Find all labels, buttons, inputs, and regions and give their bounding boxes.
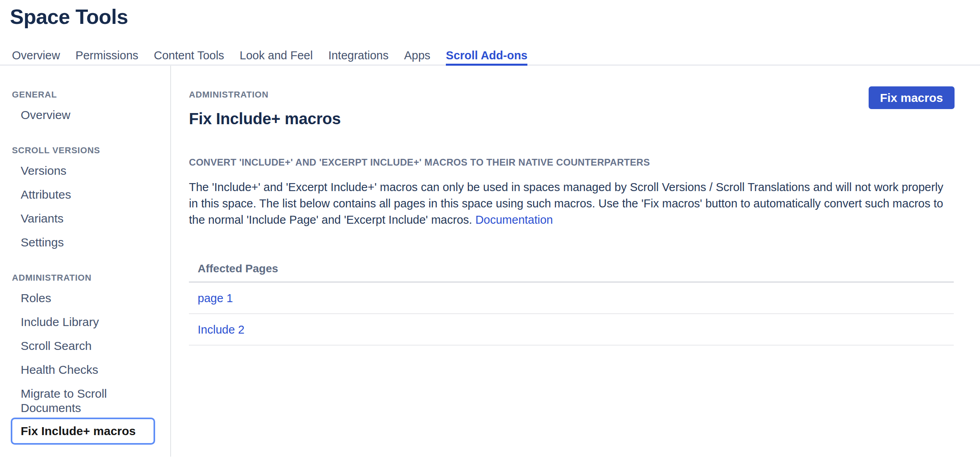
tab-permissions[interactable]: Permissions <box>76 49 138 64</box>
sidebar-section-title-scroll-versions: SCROLL VERSIONS <box>12 145 170 156</box>
sidebar: GENERAL Overview SCROLL VERSIONS Version… <box>0 66 171 457</box>
affected-pages-table: Affected Pages page 1 Include 2 <box>189 263 954 346</box>
sidebar-item-settings[interactable]: Settings <box>21 230 152 254</box>
tab-integrations[interactable]: Integrations <box>328 49 389 64</box>
affected-pages-header: Affected Pages <box>189 263 954 283</box>
sidebar-item-versions[interactable]: Versions <box>21 159 152 183</box>
affected-page-link-2[interactable]: Include 2 <box>198 323 245 336</box>
page-title: Space Tools <box>10 6 980 28</box>
table-row: Include 2 <box>189 314 954 346</box>
space-tools-tabs: Overview Permissions Content Tools Look … <box>0 49 980 66</box>
main-content: ADMINISTRATION Fix Include+ macros Fix m… <box>171 66 980 457</box>
convert-subheading: CONVERT 'INCLUDE+' AND 'EXCERPT INCLUDE+… <box>189 156 955 168</box>
main-header-titles: ADMINISTRATION Fix Include+ macros <box>189 90 341 128</box>
description-paragraph: The 'Include+' and 'Excerpt Include+' ma… <box>189 179 951 228</box>
tab-scroll-add-ons[interactable]: Scroll Add-ons <box>446 49 527 64</box>
sidebar-item-health-checks[interactable]: Health Checks <box>21 358 152 382</box>
sidebar-item-variants[interactable]: Variants <box>21 207 152 230</box>
tab-overview[interactable]: Overview <box>12 49 60 64</box>
space-tools-page: Space Tools Overview Permissions Content… <box>0 0 980 457</box>
fix-macros-button[interactable]: Fix macros <box>869 86 955 109</box>
sidebar-item-include-library[interactable]: Include Library <box>21 310 152 334</box>
sidebar-item-fix-include-macros[interactable]: Fix Include+ macros <box>11 418 155 445</box>
sidebar-section-administration: ADMINISTRATION Roles Include Library Scr… <box>12 273 170 445</box>
sidebar-section-title-general: GENERAL <box>12 90 170 100</box>
sidebar-item-attributes[interactable]: Attributes <box>21 183 152 207</box>
sidebar-section-title-administration: ADMINISTRATION <box>12 273 170 283</box>
description-text: The 'Include+' and 'Excerpt Include+' ma… <box>189 181 943 226</box>
body-row: GENERAL Overview SCROLL VERSIONS Version… <box>0 66 980 457</box>
sidebar-item-fix-include-macros-label: Fix Include+ macros <box>21 424 136 437</box>
documentation-link[interactable]: Documentation <box>475 213 553 226</box>
main-header: ADMINISTRATION Fix Include+ macros Fix m… <box>189 90 955 128</box>
tab-content-tools[interactable]: Content Tools <box>154 49 224 64</box>
sidebar-item-overview[interactable]: Overview <box>21 103 152 127</box>
sidebar-item-scroll-search[interactable]: Scroll Search <box>21 334 152 358</box>
tab-apps[interactable]: Apps <box>404 49 430 64</box>
sidebar-item-roles[interactable]: Roles <box>21 286 152 310</box>
page-heading: Fix Include+ macros <box>189 109 341 128</box>
sidebar-section-scroll-versions: SCROLL VERSIONS Versions Attributes Vari… <box>12 145 170 254</box>
table-row: page 1 <box>189 283 954 314</box>
page-header: Space Tools Overview Permissions Content… <box>0 0 980 66</box>
tab-look-and-feel[interactable]: Look and Feel <box>240 49 313 64</box>
administration-kicker: ADMINISTRATION <box>189 90 341 100</box>
affected-page-link-1[interactable]: page 1 <box>198 292 233 305</box>
sidebar-item-migrate-to-scroll-documents[interactable]: Migrate to Scroll Documents <box>21 382 152 420</box>
sidebar-section-general: GENERAL Overview <box>12 90 170 127</box>
